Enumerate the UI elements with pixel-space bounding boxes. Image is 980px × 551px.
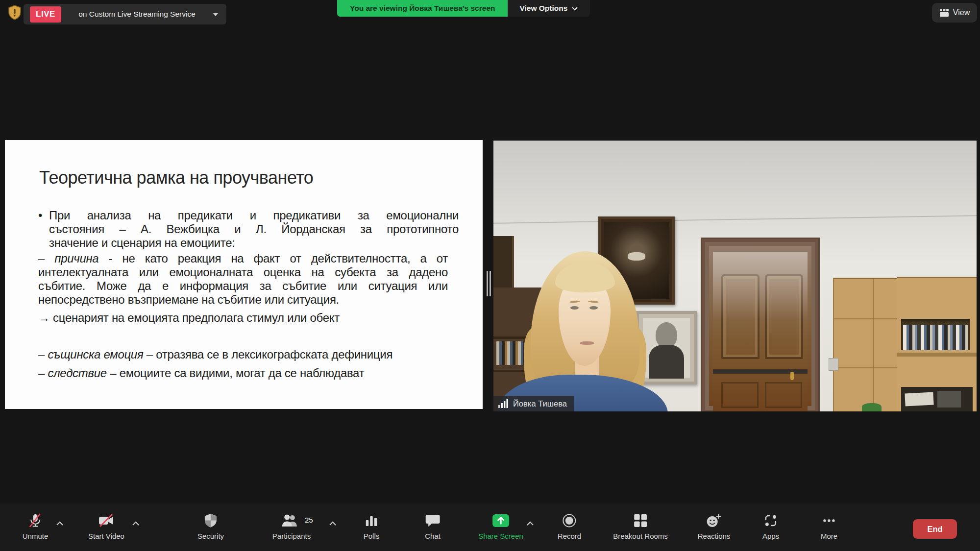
slide-title: Теоретична рамка на проучването [39, 168, 313, 188]
bookshelf [897, 277, 977, 411]
breakout-grid-icon [634, 513, 647, 528]
zoom-meeting-window: LIVE on Custom Live Streaming Service Yo… [0, 0, 980, 551]
dropdown-arrow-icon [213, 13, 219, 16]
audio-signal-icon [498, 399, 509, 408]
wooden-cabinet [833, 278, 898, 411]
chat-button[interactable]: Chat [425, 513, 441, 540]
breakout-rooms-button[interactable]: Breakout Rooms [613, 513, 668, 540]
start-video-button[interactable]: Start Video [88, 513, 124, 540]
apps-button[interactable]: Apps [762, 513, 779, 540]
wall-wire [493, 215, 977, 224]
view-options-dropdown[interactable]: View Options [508, 0, 590, 17]
slide-sashtinska-line: – същинска емоция – отразява се в лексик… [38, 348, 448, 361]
participant-name: Йовка Тишева [513, 399, 567, 408]
participants-icon [282, 513, 301, 528]
apps-icon [764, 513, 778, 528]
participant-video-tile: Йовка Тишева [493, 141, 977, 411]
microphone-muted-icon [27, 513, 43, 528]
slide-prichina-paragraph: – причина - не като реакция на факт от д… [38, 252, 448, 307]
end-meeting-button[interactable]: End [913, 519, 957, 539]
participants-count: 25 [305, 516, 313, 524]
participants-options-chevron[interactable] [329, 519, 337, 528]
slide-sledstvie-line: – следствие – емоциите са видими, могат … [38, 366, 448, 380]
record-button[interactable]: Record [558, 513, 581, 540]
camera-off-icon [98, 513, 115, 528]
view-button[interactable]: View [932, 3, 977, 23]
shared-screen-slide: Теоретична рамка на проучването • При ан… [5, 140, 484, 409]
reactions-smiley-icon [706, 513, 722, 528]
chat-bubble-icon [425, 513, 440, 528]
share-options-chevron[interactable] [526, 519, 534, 528]
unmute-options-chevron[interactable] [56, 519, 64, 528]
slide-bullet-paragraph: • При анализа на предикати и предикативи… [38, 209, 459, 250]
record-icon [562, 513, 577, 528]
video-options-chevron[interactable] [132, 519, 140, 528]
wooden-door [701, 238, 820, 411]
viewing-screen-banner: You are viewing Йовка Тишева's screen [337, 0, 508, 17]
view-button-label: View [953, 8, 970, 17]
view-options-label: View Options [519, 4, 567, 13]
share-screen-button[interactable]: Share Screen [478, 513, 523, 540]
bullet-marker: • [38, 209, 42, 222]
books [903, 325, 968, 350]
polls-button[interactable]: Polls [364, 513, 380, 540]
share-screen-icon [491, 513, 510, 528]
reactions-button[interactable]: Reactions [698, 513, 731, 540]
chevron-down-icon [571, 6, 578, 11]
more-dots-icon [822, 513, 836, 528]
security-button[interactable]: Security [197, 513, 224, 540]
shield-icon [204, 513, 218, 528]
live-stream-dropdown[interactable]: LIVE on Custom Live Streaming Service [24, 4, 226, 24]
plant [862, 403, 882, 411]
bar-chart-icon [365, 513, 378, 528]
unmute-button[interactable]: Unmute [23, 513, 49, 540]
gallery-view-icon [939, 8, 949, 17]
more-button[interactable]: More [821, 513, 837, 540]
live-badge: LIVE [30, 6, 61, 23]
security-shield-warning-icon[interactable] [8, 5, 22, 23]
live-service-label: on Custom Live Streaming Service [61, 10, 213, 19]
pane-divider-handle[interactable] [483, 140, 493, 409]
light-switch [829, 358, 838, 371]
participant-name-tag: Йовка Тишева [493, 396, 574, 411]
slide-arrow-line: → сценарият на емоцията предполага стиму… [38, 311, 448, 325]
